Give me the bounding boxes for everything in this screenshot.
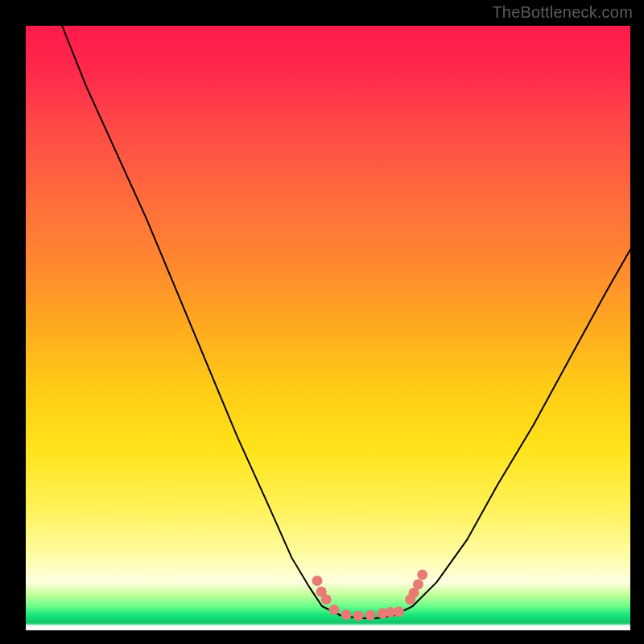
marker-dot [341,609,352,620]
plot-area [26,26,630,630]
marker-dot [353,611,364,621]
series-right-ascent [413,250,630,606]
chart-svg [26,26,630,630]
marker-dot [413,579,423,589]
marker-dot [417,569,427,580]
marker-dot [365,610,376,621]
marker-group [312,569,428,621]
marker-dot [394,606,404,617]
watermark-text: TheBottleneck.com [492,3,633,22]
marker-dot [321,594,332,605]
series-left-descent [62,26,322,606]
outer-frame: TheBottleneck.com [0,0,644,644]
marker-dot [312,576,323,586]
marker-dot [329,605,340,615]
